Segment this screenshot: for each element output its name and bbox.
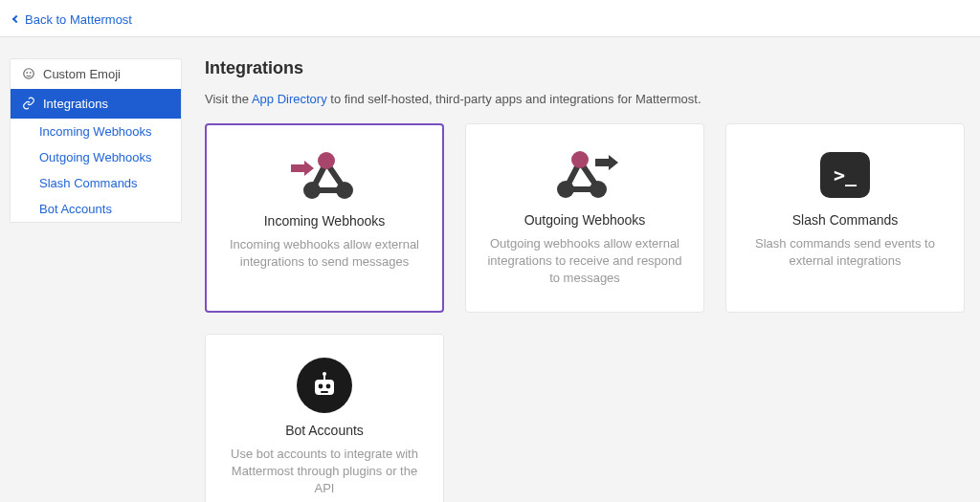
link-icon	[22, 97, 35, 110]
card-title: Bot Accounts	[285, 423, 364, 438]
card-desc: Use bot accounts to integrate with Matte…	[223, 446, 426, 498]
svg-point-9	[590, 181, 607, 198]
card-desc: Slash commands send events to external i…	[744, 235, 947, 270]
sidebar-item-custom-emoji[interactable]: Custom Emoji	[11, 59, 181, 89]
card-title: Incoming Webhooks	[264, 213, 386, 229]
sidebar-label-integrations: Integrations	[43, 97, 108, 111]
svg-point-5	[336, 182, 353, 199]
card-incoming-webhooks[interactable]: Incoming Webhooks Incoming webhooks allo…	[205, 123, 444, 314]
svg-rect-10	[595, 159, 609, 166]
sidebar-sub-incoming[interactable]: Incoming Webhooks	[11, 119, 181, 144]
card-title: Slash Commands	[792, 212, 899, 228]
svg-point-4	[303, 182, 321, 199]
svg-rect-14	[321, 391, 328, 393]
webhook-in-icon	[287, 146, 362, 206]
back-link[interactable]: Back to Mattermost	[13, 12, 132, 27]
sidebar-sub-slash[interactable]: Slash Commands	[11, 170, 181, 196]
emoji-icon	[22, 67, 35, 80]
svg-point-2	[30, 72, 31, 73]
sidebar-sub-outgoing[interactable]: Outgoing Webhooks	[11, 144, 181, 170]
intro-pre: Visit the	[205, 92, 252, 106]
svg-point-1	[27, 72, 28, 73]
back-label: Back to Mattermost	[25, 12, 132, 27]
main-content: Integrations Visit the App Directory to …	[205, 58, 965, 503]
card-title: Outgoing Webhooks	[524, 212, 646, 228]
svg-point-7	[571, 151, 589, 168]
card-outgoing-webhooks[interactable]: Outgoing Webhooks Outgoing webhooks allo…	[465, 123, 704, 314]
intro-post: to find self-hosted, third-party apps an…	[327, 92, 702, 106]
card-bot-accounts[interactable]: Bot Accounts Use bot accounts to integra…	[205, 334, 444, 502]
page-title: Integrations	[205, 58, 965, 78]
sidebar: Custom Emoji Integrations Incoming Webho…	[10, 58, 182, 223]
top-bar: Back to Mattermost	[0, 0, 980, 37]
svg-point-3	[318, 152, 335, 169]
card-desc: Outgoing webhooks allow external integra…	[483, 235, 686, 288]
svg-point-13	[326, 384, 331, 389]
sidebar-label-custom-emoji: Custom Emoji	[43, 67, 121, 81]
svg-point-16	[323, 372, 326, 376]
card-desc: Incoming webhooks allow external integra…	[224, 236, 425, 271]
intro-text: Visit the App Directory to find self-hos…	[205, 92, 965, 106]
svg-point-12	[319, 384, 323, 389]
app-directory-link[interactable]: App Directory	[252, 92, 327, 106]
svg-point-0	[24, 69, 34, 79]
card-slash-commands[interactable]: >_ Slash Commands Slash commands send ev…	[725, 123, 965, 314]
chevron-left-icon	[12, 15, 20, 23]
robot-icon	[297, 356, 352, 415]
svg-rect-6	[291, 164, 304, 172]
card-grid: Incoming Webhooks Incoming webhooks allo…	[205, 123, 965, 503]
terminal-icon: >_	[820, 145, 870, 205]
sidebar-sub-bot[interactable]: Bot Accounts	[11, 196, 181, 222]
webhook-out-icon	[547, 145, 622, 205]
svg-point-8	[557, 181, 574, 198]
sidebar-item-integrations[interactable]: Integrations	[11, 89, 181, 119]
